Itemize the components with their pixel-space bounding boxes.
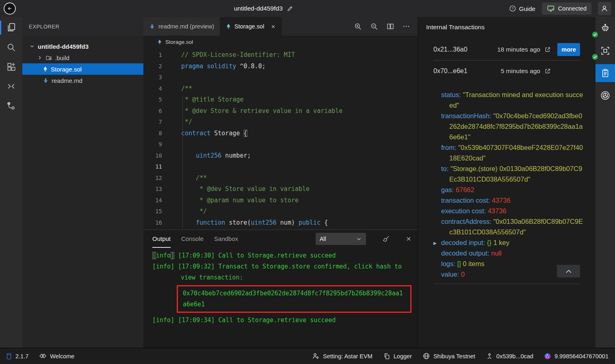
tree-item-label: readme.md [52, 77, 82, 84]
logger-icon [383, 353, 390, 360]
sidebar-explorer: EXPLORER untitled-dd459fd3 .build [22, 17, 143, 348]
guide-label: Guide [519, 5, 535, 12]
code-line: 4/** [143, 83, 418, 95]
app-window: untitled-dd459fd3 ? Guide Connected [0, 0, 615, 364]
guide-button[interactable]: ? Guide [509, 5, 535, 12]
indent-guide [182, 95, 183, 228]
folder-icon [45, 54, 52, 61]
transaction-hash-link[interactable]: 0x70c4beb7ced6902ad3fbe0262de2874d8fc7f8… [177, 285, 411, 313]
tx-detail-from: from: "0x539b407307F048beeF2428E07e27f40… [441, 142, 584, 163]
log-filter-dropdown[interactable]: All [316, 233, 366, 245]
tree-item-readme-md[interactable]: readme.md [22, 75, 143, 86]
tx-detail-transaction-cost: transaction cost: 43736 [441, 195, 584, 206]
log-filter-value: All [320, 236, 326, 242]
close-icon[interactable] [271, 24, 276, 29]
deploy-icon[interactable] [0, 96, 22, 115]
collapse-panels-icon[interactable] [0, 76, 22, 96]
tx-detail-decoded-input[interactable]: ▶decoded input: {} 1 key [441, 237, 584, 248]
split-editor-icon[interactable] [386, 22, 394, 30]
svg-text:?: ? [511, 6, 513, 11]
clear-logs-icon[interactable] [382, 235, 390, 243]
markdown-file-icon [43, 78, 49, 84]
pencil-icon[interactable] [287, 5, 293, 12]
code-lines: 1// SPDX-License-Identifier: MIT2pragma … [143, 50, 418, 228]
breadcrumb[interactable]: Storage.sol [143, 36, 418, 48]
code-line: 15 */ [143, 206, 418, 217]
solidity-file-icon [226, 23, 231, 30]
external-link-icon[interactable] [544, 46, 551, 53]
transaction-hash[interactable]: 0x21...36a0 [433, 46, 468, 53]
sidebar-header-label: EXPLORER [29, 24, 60, 30]
code-line: 6 * @dev Store & retrieve value in a var… [143, 106, 418, 117]
welcome-label: Welcome [50, 353, 74, 360]
tree-item-label: Storage.sol [51, 66, 82, 73]
transaction-row[interactable]: 0x21...36a0 18 minutes ago more [418, 39, 596, 60]
tx-detail-transactionHash: transactionHash: "0x70c4beb7ced6902ad3fb… [441, 110, 584, 142]
output-logs: [info] [17:09:30] Call to Storage.retrie… [143, 248, 418, 348]
transactions-clipboard-icon[interactable] [596, 64, 615, 82]
account-pin-icon [486, 353, 493, 360]
tab-sandbox[interactable]: Sandbox [214, 230, 238, 248]
explorer-icon[interactable] [0, 18, 22, 37]
transaction-hash[interactable]: 0x70...e6e1 [433, 67, 468, 75]
more-button[interactable]: more [557, 43, 580, 56]
transaction-row[interactable]: 0x70...e6e1 5 minutes ago more [418, 61, 596, 82]
tab-readme-md[interactable]: readme.md (preview) [143, 17, 220, 36]
ai-chat-icon[interactable] [596, 87, 615, 104]
code-line: 14 * @param num value to store [143, 195, 418, 206]
success-check-badge [591, 53, 599, 61]
logger-label: Logger [394, 353, 412, 360]
chevron-right-icon [37, 55, 43, 61]
success-check-badge [591, 31, 599, 38]
transaction-time: 18 minutes ago [497, 46, 540, 53]
output-panel: Output Console Sandbox All [143, 230, 418, 348]
logger-item[interactable]: Logger [383, 353, 412, 360]
zoom-in-icon[interactable] [354, 22, 362, 31]
plugin-manager-icon[interactable] [0, 57, 22, 76]
network-label: Shibuya Testnet [433, 353, 475, 360]
log-line: [info] [17:09:32] Transact to Storage.st… [152, 261, 412, 283]
close-panel-icon[interactable] [405, 236, 412, 242]
network-item[interactable]: Shibuya Testnet [422, 352, 475, 360]
titlebar: untitled-dd459fd3 ? Guide Connected [0, 0, 615, 17]
collapse-details-button[interactable] [557, 265, 580, 277]
code-line: 16 function store(uint256 num) public { [143, 217, 418, 229]
internal-transactions-panel: Internal Transactions 0x21...36a0 18 min… [418, 17, 596, 348]
search-icon[interactable] [0, 37, 22, 57]
tab-label: Storage.sol [234, 23, 264, 30]
tab-storage-sol[interactable]: Storage.sol [220, 17, 282, 36]
editor-group: readme.md (preview) Storage.sol [143, 17, 418, 348]
avatar[interactable] [598, 2, 611, 15]
wallet-address-item[interactable]: 0x539b...0cad [486, 353, 533, 360]
zoom-out-icon[interactable] [370, 22, 379, 31]
external-link-icon[interactable] [544, 68, 551, 74]
code-line: 8contract Storage { [143, 128, 418, 139]
more-actions-icon[interactable] [402, 22, 410, 30]
balance-item[interactable]: 9.998564047670001 [544, 353, 609, 360]
network-setting-item[interactable]: Setting: Astar EVM [312, 352, 372, 360]
code-line: 5 * @title Storage [143, 94, 418, 106]
code-line: 9 [143, 139, 418, 150]
back-button[interactable] [4, 2, 16, 15]
tx-detail-contractAddress: contractAddress: "0x0130a06B28f0C89b07C9… [441, 216, 584, 237]
connected-label: Connected [558, 5, 587, 12]
version-indicator[interactable]: 2.1.7 [6, 353, 28, 360]
tree-item-build[interactable]: .build [22, 52, 143, 63]
chevron-down-icon [356, 236, 362, 242]
code-line: 1// SPDX-License-Identifier: MIT [143, 50, 418, 61]
code-editor[interactable]: 1// SPDX-License-Identifier: MIT2pragma … [143, 48, 418, 230]
code-line: 12 /** [143, 173, 418, 184]
divider [433, 284, 580, 284]
welcome-item[interactable]: Welcome [39, 352, 74, 360]
tab-console[interactable]: Console [181, 230, 204, 248]
panel-title: Internal Transactions [418, 17, 596, 39]
tree-item-storage-sol[interactable]: Storage.sol [22, 63, 143, 75]
tab-output[interactable]: Output [152, 230, 171, 248]
status-bar: 2.1.7 Welcome Setting: Astar EVM Logg [0, 348, 615, 364]
monitor-status-icon [547, 4, 555, 13]
user-gear-icon [312, 352, 320, 360]
tx-detail-status: status: "Transaction mined and execution… [441, 89, 584, 110]
code-line: 11 [143, 161, 418, 173]
tree-root[interactable]: untitled-dd459fd3 [22, 41, 143, 52]
connected-button[interactable]: Connected [542, 2, 591, 15]
